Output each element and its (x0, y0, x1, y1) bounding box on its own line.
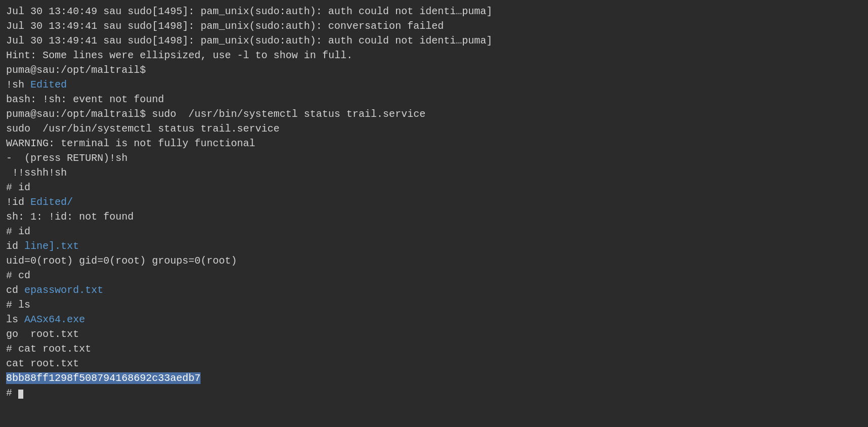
id-cmd-link: id line].txt (6, 239, 862, 253)
edited-link-2: Edited/ (24, 196, 73, 208)
sh-error-line: sh: 1: !id: not found (6, 209, 862, 224)
cd-cmd-link: cd epassword.txt (6, 283, 862, 297)
uid-output: uid=0(root) gid=0(root) groups=0(root) (6, 253, 862, 268)
edited-link-1: Edited (24, 79, 67, 91)
log-line-2: Jul 30 13:49:41 sau sudo[1498]: pam_unix… (6, 19, 862, 33)
exe-link: AASx64.exe (18, 314, 85, 325)
ls-output: go root.txt (6, 327, 862, 341)
cmd-ls: # ls (6, 297, 862, 312)
log-line-3: Jul 30 13:49:41 sau sudo[1498]: pam_unix… (6, 33, 862, 48)
cmd-cd: # cd (6, 268, 862, 283)
cmd-id-1: # id (6, 180, 862, 195)
cat-cmd: cat root.txt (6, 356, 862, 371)
terminal-window: Jul 30 13:40:49 sau sudo[1495]: pam_unix… (6, 4, 862, 427)
hash-value: 8bb88ff1298f508794168692c33aedb7 (6, 372, 201, 384)
hash-line: 8bb88ff1298f508794168692c33aedb7 (6, 371, 862, 386)
warning-line: WARNING: terminal is not fully functiona… (6, 136, 862, 151)
cmd-cat: # cat root.txt (6, 341, 862, 356)
prompt-line-1: puma@sau:/opt/maltrail$ (6, 63, 862, 77)
cmd-id-link: !id Edited/ (6, 195, 862, 209)
linetxt-link: line].txt (18, 240, 79, 252)
press-return-line: - (press RETURN)!sh (6, 151, 862, 165)
sudo-cmd-line: sudo /usr/bin/systemctl status trail.ser… (6, 121, 862, 136)
ls-cmd-link: ls AASx64.exe (6, 312, 862, 327)
final-prompt[interactable]: # (6, 386, 862, 400)
cmd-sh-line: !sh Edited (6, 77, 862, 92)
cursor-block (18, 390, 23, 399)
sshh-line: !!sshh!sh (6, 165, 862, 180)
bash-error-line: bash: !sh: event not found (6, 92, 862, 107)
epassword-link: epassword.txt (18, 284, 103, 296)
log-line-1: Jul 30 13:40:49 sau sudo[1495]: pam_unix… (6, 4, 862, 19)
hint-line: Hint: Some lines were ellipsized, use -l… (6, 48, 862, 63)
cmd-id-2: # id (6, 224, 862, 239)
to-text: to (255, 50, 267, 61)
prompt-sudo-line: puma@sau:/opt/maltrail$ sudo /usr/bin/sy… (6, 107, 862, 121)
